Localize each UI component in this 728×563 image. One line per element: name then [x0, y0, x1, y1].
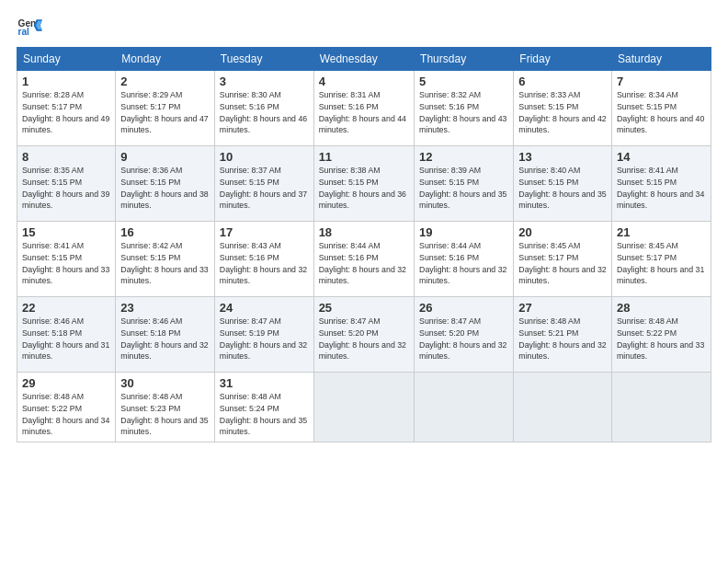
day-number: 8: [22, 150, 110, 164]
day-number: 28: [617, 301, 706, 315]
calendar-cell: 10Sunrise: 8:37 AMSunset: 5:15 PMDayligh…: [214, 146, 313, 222]
day-info: Sunrise: 8:48 AMSunset: 5:22 PMDaylight:…: [22, 391, 110, 438]
calendar-cell: 4Sunrise: 8:31 AMSunset: 5:16 PMDaylight…: [313, 71, 414, 146]
day-info: Sunrise: 8:45 AMSunset: 5:17 PMDaylight:…: [518, 240, 607, 287]
day-info: Sunrise: 8:32 AMSunset: 5:16 PMDaylight:…: [419, 89, 508, 136]
calendar-header-friday: Friday: [514, 48, 612, 71]
day-info: Sunrise: 8:47 AMSunset: 5:20 PMDaylight:…: [319, 316, 409, 362]
calendar-header-sunday: Sunday: [17, 48, 116, 71]
calendar-cell: 1Sunrise: 8:28 AMSunset: 5:17 PMDaylight…: [17, 71, 116, 146]
day-info: Sunrise: 8:28 AMSunset: 5:17 PMDaylight:…: [22, 89, 110, 136]
calendar-cell: 22Sunrise: 8:46 AMSunset: 5:18 PMDayligh…: [17, 297, 116, 373]
day-number: 30: [120, 376, 210, 390]
day-number: 17: [220, 225, 309, 239]
calendar-cell: 31Sunrise: 8:48 AMSunset: 5:24 PMDayligh…: [214, 373, 313, 442]
calendar-header-wednesday: Wednesday: [313, 48, 414, 71]
day-info: Sunrise: 8:47 AMSunset: 5:20 PMDaylight:…: [419, 316, 508, 362]
day-number: 4: [319, 75, 409, 88]
calendar-header-row: SundayMondayTuesdayWednesdayThursdayFrid…: [17, 48, 711, 71]
day-number: 22: [22, 301, 110, 315]
day-info: Sunrise: 8:48 AMSunset: 5:24 PMDaylight:…: [220, 391, 309, 438]
day-number: 20: [518, 225, 607, 239]
calendar-cell: 19Sunrise: 8:44 AMSunset: 5:16 PMDayligh…: [415, 222, 514, 297]
calendar-header-tuesday: Tuesday: [214, 48, 313, 71]
day-info: Sunrise: 8:43 AMSunset: 5:16 PMDaylight:…: [220, 240, 309, 287]
day-number: 31: [220, 376, 309, 390]
day-info: Sunrise: 8:41 AMSunset: 5:15 PMDaylight:…: [22, 240, 110, 287]
day-info: Sunrise: 8:48 AMSunset: 5:22 PMDaylight:…: [617, 316, 706, 362]
calendar-week-5: 29Sunrise: 8:48 AMSunset: 5:22 PMDayligh…: [17, 373, 711, 442]
calendar-week-2: 8Sunrise: 8:35 AMSunset: 5:15 PMDaylight…: [17, 146, 711, 222]
day-info: Sunrise: 8:38 AMSunset: 5:15 PMDaylight:…: [319, 165, 409, 212]
day-number: 25: [319, 301, 409, 315]
day-number: 6: [518, 75, 607, 88]
calendar-header-saturday: Saturday: [611, 48, 711, 71]
day-number: 11: [319, 150, 409, 164]
day-info: Sunrise: 8:42 AMSunset: 5:15 PMDaylight:…: [120, 240, 210, 287]
day-info: Sunrise: 8:35 AMSunset: 5:15 PMDaylight:…: [22, 165, 110, 212]
day-info: Sunrise: 8:40 AMSunset: 5:15 PMDaylight:…: [518, 165, 607, 212]
calendar-cell: 13Sunrise: 8:40 AMSunset: 5:15 PMDayligh…: [514, 146, 612, 222]
calendar-cell: 29Sunrise: 8:48 AMSunset: 5:22 PMDayligh…: [17, 373, 116, 442]
calendar-cell: 5Sunrise: 8:32 AMSunset: 5:16 PMDaylight…: [415, 71, 514, 146]
day-number: 16: [120, 225, 210, 239]
day-number: 15: [22, 225, 110, 239]
day-number: 18: [319, 225, 409, 239]
day-number: 29: [22, 376, 110, 390]
calendar-cell: [514, 373, 612, 442]
day-number: 2: [120, 75, 210, 88]
day-number: 19: [419, 225, 508, 239]
day-info: Sunrise: 8:48 AMSunset: 5:21 PMDaylight:…: [518, 316, 607, 362]
day-number: 1: [22, 75, 110, 88]
day-info: Sunrise: 8:46 AMSunset: 5:18 PMDaylight:…: [22, 316, 110, 362]
day-info: Sunrise: 8:47 AMSunset: 5:19 PMDaylight:…: [220, 316, 309, 362]
calendar-cell: 27Sunrise: 8:48 AMSunset: 5:21 PMDayligh…: [514, 297, 612, 373]
day-number: 13: [518, 150, 607, 164]
calendar-header-thursday: Thursday: [415, 48, 514, 71]
calendar-cell: 28Sunrise: 8:48 AMSunset: 5:22 PMDayligh…: [611, 297, 711, 373]
day-info: Sunrise: 8:31 AMSunset: 5:16 PMDaylight:…: [319, 89, 409, 136]
calendar-week-3: 15Sunrise: 8:41 AMSunset: 5:15 PMDayligh…: [17, 222, 711, 297]
day-number: 12: [419, 150, 508, 164]
day-number: 14: [617, 150, 706, 164]
day-info: Sunrise: 8:45 AMSunset: 5:17 PMDaylight:…: [617, 240, 706, 287]
day-number: 7: [617, 75, 706, 88]
day-number: 21: [617, 225, 706, 239]
calendar-cell: [415, 373, 514, 442]
calendar-header-monday: Monday: [116, 48, 215, 71]
day-number: 5: [419, 75, 508, 88]
day-number: 10: [220, 150, 309, 164]
calendar-cell: 7Sunrise: 8:34 AMSunset: 5:15 PMDaylight…: [611, 71, 711, 146]
day-info: Sunrise: 8:39 AMSunset: 5:15 PMDaylight:…: [419, 165, 508, 212]
day-info: Sunrise: 8:36 AMSunset: 5:15 PMDaylight:…: [120, 165, 210, 212]
day-number: 26: [419, 301, 508, 315]
day-info: Sunrise: 8:34 AMSunset: 5:15 PMDaylight:…: [617, 89, 706, 136]
calendar-cell: 26Sunrise: 8:47 AMSunset: 5:20 PMDayligh…: [415, 297, 514, 373]
day-number: 27: [518, 301, 607, 315]
svg-text:ral: ral: [18, 27, 30, 37]
calendar-cell: 3Sunrise: 8:30 AMSunset: 5:16 PMDaylight…: [214, 71, 313, 146]
day-info: Sunrise: 8:44 AMSunset: 5:16 PMDaylight:…: [319, 240, 409, 287]
calendar-cell: 30Sunrise: 8:48 AMSunset: 5:23 PMDayligh…: [116, 373, 215, 442]
day-info: Sunrise: 8:48 AMSunset: 5:23 PMDaylight:…: [120, 391, 210, 438]
calendar-cell: 23Sunrise: 8:46 AMSunset: 5:18 PMDayligh…: [116, 297, 215, 373]
calendar-cell: [611, 373, 711, 442]
page: Gene ral SundayMondayTuesdayWednesdayThu…: [0, 0, 728, 563]
day-info: Sunrise: 8:46 AMSunset: 5:18 PMDaylight:…: [120, 316, 210, 362]
calendar-cell: 18Sunrise: 8:44 AMSunset: 5:16 PMDayligh…: [313, 222, 414, 297]
calendar-cell: 9Sunrise: 8:36 AMSunset: 5:15 PMDaylight…: [116, 146, 215, 222]
calendar-week-1: 1Sunrise: 8:28 AMSunset: 5:17 PMDaylight…: [17, 71, 711, 146]
calendar-cell: 12Sunrise: 8:39 AMSunset: 5:15 PMDayligh…: [415, 146, 514, 222]
logo: Gene ral: [17, 14, 46, 40]
calendar-cell: 17Sunrise: 8:43 AMSunset: 5:16 PMDayligh…: [214, 222, 313, 297]
calendar-cell: 15Sunrise: 8:41 AMSunset: 5:15 PMDayligh…: [17, 222, 116, 297]
day-info: Sunrise: 8:30 AMSunset: 5:16 PMDaylight:…: [220, 89, 309, 136]
calendar-cell: 6Sunrise: 8:33 AMSunset: 5:15 PMDaylight…: [514, 71, 612, 146]
calendar-cell: 24Sunrise: 8:47 AMSunset: 5:19 PMDayligh…: [214, 297, 313, 373]
calendar-cell: 2Sunrise: 8:29 AMSunset: 5:17 PMDaylight…: [116, 71, 215, 146]
calendar-cell: 16Sunrise: 8:42 AMSunset: 5:15 PMDayligh…: [116, 222, 215, 297]
calendar-cell: 21Sunrise: 8:45 AMSunset: 5:17 PMDayligh…: [611, 222, 711, 297]
calendar-cell: 20Sunrise: 8:45 AMSunset: 5:17 PMDayligh…: [514, 222, 612, 297]
calendar-cell: 11Sunrise: 8:38 AMSunset: 5:15 PMDayligh…: [313, 146, 414, 222]
day-number: 24: [220, 301, 309, 315]
